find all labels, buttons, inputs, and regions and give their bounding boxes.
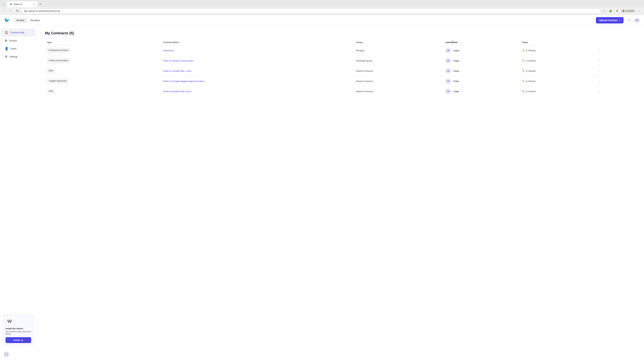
contracts-tbody: Employment Contract Agreement Moodjoy LD… bbox=[45, 45, 636, 96]
last-edited-date-4: Today bbox=[453, 90, 459, 93]
cell-group-3: Shared Contracts bbox=[354, 76, 444, 86]
cell-stage-1: ✏️ In Review bbox=[520, 56, 594, 66]
tab-bar: ‹ 🐦 Robin AI × + bbox=[0, 0, 644, 7]
table-row: NDA Robin AI Sample NDA 1.docx Shared Co… bbox=[45, 66, 636, 76]
user-avatar-button[interactable]: LD bbox=[634, 17, 640, 23]
help-button[interactable]: ? bbox=[626, 17, 632, 23]
install-addon-button[interactable]: Install 👆 bbox=[6, 337, 31, 343]
app-body: 🏠 Contract Hub ⊞ Groups 👤 Users ⚙ Settin… bbox=[0, 26, 644, 362]
word-icon: W bbox=[6, 317, 14, 325]
groups-icon: ⊞ bbox=[5, 39, 7, 42]
sidebar-item-groups[interactable]: ⊞ Groups bbox=[1, 37, 36, 44]
type-badge-1: Articles of Association bbox=[47, 58, 70, 63]
type-badge-2: NDA bbox=[47, 68, 55, 73]
contract-link-0[interactable]: Agreement bbox=[163, 49, 174, 52]
menu-button[interactable]: ⋮ bbox=[637, 8, 642, 13]
sidebar-item-settings[interactable]: ⚙ Settings bbox=[1, 53, 36, 60]
users-icon: 👤 bbox=[5, 47, 8, 50]
upload-contract-label: Upload Contract bbox=[599, 19, 618, 22]
avatar-0: LD bbox=[446, 48, 451, 53]
bookmark-button[interactable]: ☆ bbox=[602, 8, 607, 13]
group-text-4: Shared Contracts bbox=[356, 90, 373, 93]
group-text-2: Shared Contracts bbox=[356, 70, 373, 72]
sidebar: 🏠 Contract Hub ⊞ Groups 👤 Users ⚙ Settin… bbox=[0, 26, 37, 362]
sidebar-item-users-label: Users bbox=[10, 47, 16, 50]
cell-name-0: Agreement bbox=[161, 45, 354, 56]
cell-stage-2: ✏️ In Review bbox=[520, 66, 594, 76]
cell-type-1: Articles of Association bbox=[45, 56, 161, 66]
edit-icon-4: ✏️ bbox=[522, 90, 525, 93]
more-button-0[interactable]: ⋮ bbox=[596, 48, 602, 53]
cell-type-3: Supplier Agreement bbox=[45, 76, 161, 86]
contract-link-3[interactable]: Robin AI Sample Supplier Agreement.docx bbox=[163, 80, 204, 82]
new-tab-button[interactable]: + bbox=[38, 2, 42, 6]
col-actions bbox=[594, 39, 636, 45]
upload-contract-button[interactable]: Upload Contract ↑ bbox=[596, 17, 624, 23]
cell-more-4: ⋮ bbox=[594, 86, 636, 96]
incognito-icon: 🕵 bbox=[622, 10, 625, 12]
tab-title: Robin AI bbox=[14, 3, 22, 5]
cell-type-2: NDA bbox=[45, 66, 161, 76]
table-row: Employment Contract Agreement Moodjoy LD… bbox=[45, 45, 636, 56]
install-label: Install bbox=[14, 339, 20, 341]
table-header: Type Contract Name Group Last Edited ↑ S… bbox=[45, 39, 636, 45]
review-button[interactable]: Review bbox=[13, 17, 28, 23]
cell-name-4: Robin AI Sample NDA 2.docx bbox=[161, 86, 354, 96]
col-group: Group bbox=[354, 39, 444, 45]
more-button-1[interactable]: ⋮ bbox=[596, 58, 602, 63]
contract-link-2[interactable]: Robin AI Sample NDA 1.docx bbox=[163, 70, 192, 72]
address-bar[interactable]: app.robinai.co.uk/review/contract-hub bbox=[21, 8, 600, 13]
avatar-initials: LD bbox=[636, 19, 638, 21]
more-button-4[interactable]: ⋮ bbox=[596, 89, 602, 94]
table-row: Articles of Association Robin AI Sample … bbox=[45, 56, 636, 66]
extensions-button[interactable]: 🧩 bbox=[608, 8, 613, 13]
sort-arrow-icon: ↑ bbox=[458, 41, 460, 43]
cell-name-1: Robin AI Sample Contract.docx bbox=[161, 56, 354, 66]
tab-back-icon[interactable]: ‹ bbox=[1, 2, 6, 7]
contract-link-4[interactable]: Robin AI Sample NDA 2.docx bbox=[163, 90, 192, 93]
sidebar-item-users[interactable]: 👤 Users bbox=[1, 45, 36, 52]
group-text-0: Moodjoy bbox=[356, 49, 364, 52]
sidebar-item-contract-hub-label: Contract Hub bbox=[10, 31, 24, 34]
more-button-3[interactable]: ⋮ bbox=[596, 79, 602, 84]
last-edited-date-3: Today bbox=[453, 80, 459, 82]
more-button-2[interactable]: ⋮ bbox=[596, 68, 602, 73]
back-button[interactable]: ← bbox=[2, 8, 7, 13]
avatar-3: LD bbox=[446, 78, 451, 84]
nav-actions: ☆ 🧩 ⬇ 🕵 Incognito ⋮ bbox=[602, 8, 642, 13]
settings-icon: ⚙ bbox=[5, 55, 8, 58]
chat-icon: 💬 bbox=[5, 353, 8, 356]
contract-link-1[interactable]: Robin AI Sample Contract.docx bbox=[163, 59, 194, 62]
help-icon: ? bbox=[628, 19, 630, 22]
col-last-edited[interactable]: Last Edited ↑ bbox=[444, 39, 520, 45]
cell-type-0: Employment Contract bbox=[45, 45, 161, 56]
cursor-icon: 👆 bbox=[21, 339, 23, 341]
type-badge-4: NDA bbox=[47, 89, 55, 94]
edit-icon-2: ✏️ bbox=[522, 69, 525, 72]
cell-name-2: Robin AI Sample NDA 1.docx bbox=[161, 66, 354, 76]
download-button[interactable]: ⬇ bbox=[614, 8, 620, 13]
forward-button[interactable]: → bbox=[8, 8, 14, 13]
cell-group-4: Shared Contracts bbox=[354, 86, 444, 96]
tab-close-button[interactable]: × bbox=[33, 3, 34, 6]
browser-tab[interactable]: 🐦 Robin AI × bbox=[7, 1, 37, 7]
last-edited-date-1: Today bbox=[453, 59, 459, 62]
cell-group-2: Shared Contracts bbox=[354, 66, 444, 76]
cell-last-edited-3: LD Today bbox=[444, 76, 520, 86]
type-badge-3: Supplier Agreement bbox=[47, 79, 68, 84]
cell-last-edited-1: LD Today bbox=[444, 56, 520, 66]
chat-bubble-button[interactable]: 💬 bbox=[3, 351, 10, 357]
cell-stage-4: ✏️ In Review bbox=[520, 86, 594, 96]
last-edited-date-0: Today bbox=[453, 49, 459, 52]
reload-button[interactable]: ↻ bbox=[15, 8, 20, 13]
avatar-2: LD bbox=[446, 68, 451, 73]
sidebar-item-contract-hub[interactable]: 🏠 Contract Hub bbox=[1, 29, 36, 36]
type-badge-0: Employment Contract bbox=[47, 48, 70, 53]
cell-more-2: ⋮ bbox=[594, 66, 636, 76]
edit-icon-1: ✏️ bbox=[522, 59, 525, 62]
cell-stage-0: ✏️ In Review bbox=[520, 45, 594, 56]
app-header: 🐦 Review Moodjoy Upload Contract ↑ ? LD bbox=[0, 15, 644, 26]
main-content: My Contracts (5) Type Contract Name Grou… bbox=[37, 26, 644, 362]
avatar-1: LD bbox=[446, 58, 451, 63]
tab-favicon: 🐦 bbox=[10, 3, 12, 5]
